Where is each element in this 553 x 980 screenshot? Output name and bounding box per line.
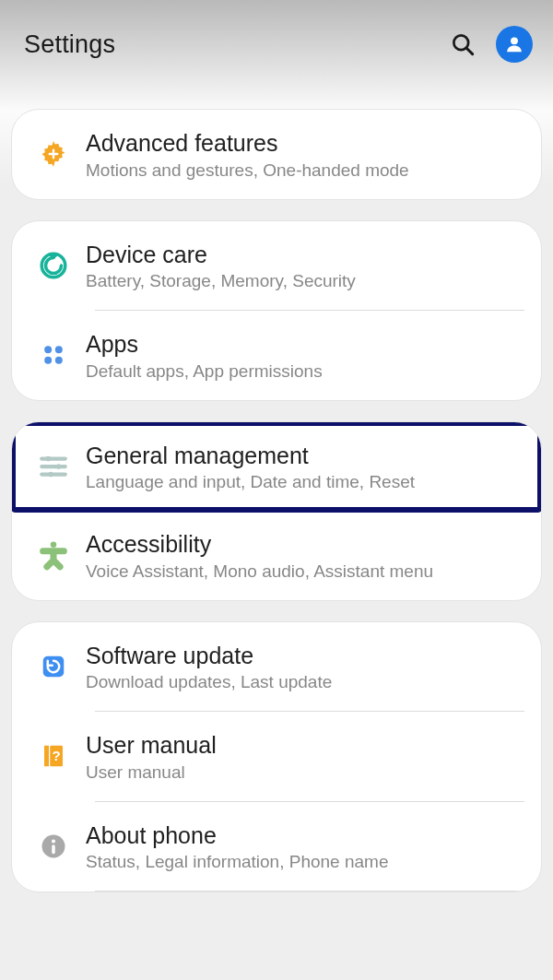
row-device-care[interactable]: Device care Battery, Storage, Memory, Se…: [12, 221, 541, 311]
accessibility-icon: [38, 539, 69, 571]
person-icon: [504, 34, 524, 54]
row-apps[interactable]: Apps Default apps, App permissions: [12, 311, 541, 400]
svg-point-12: [56, 464, 62, 469]
svg-point-14: [51, 542, 57, 549]
row-accessibility[interactable]: Accessibility Voice Assistant, Mono audi…: [12, 511, 541, 600]
info-icon: [40, 832, 67, 860]
row-user-manual[interactable]: ? User manual User manual: [12, 712, 541, 801]
profile-button[interactable]: [496, 26, 533, 63]
svg-point-20: [52, 839, 55, 843]
svg-point-13: [48, 471, 53, 477]
settings-group: General management Language and input, D…: [11, 421, 542, 601]
device-care-icon: [38, 250, 69, 281]
row-title: Apps: [86, 329, 524, 360]
row-title: Device care: [86, 240, 524, 270]
svg-rect-16: [44, 746, 49, 767]
svg-point-7: [55, 357, 63, 364]
row-title: Advanced features: [86, 128, 524, 159]
search-button[interactable]: [444, 26, 481, 63]
search-icon: [451, 32, 476, 57]
row-advanced-features[interactable]: Advanced features Motions and gestures, …: [12, 110, 541, 199]
divider: [95, 891, 524, 891]
settings-group: Advanced features Motions and gestures, …: [11, 109, 542, 200]
row-title: About phone: [86, 821, 524, 851]
row-subtitle: Language and input, Date and time, Reset: [86, 472, 524, 492]
svg-rect-21: [52, 844, 55, 854]
row-software-update[interactable]: Software update Download updates, Last u…: [12, 622, 541, 712]
svg-text:?: ?: [53, 748, 61, 763]
row-about-phone[interactable]: About phone Status, Legal information, P…: [12, 802, 541, 891]
row-subtitle: Battery, Storage, Memory, Security: [86, 271, 524, 291]
settings-group: Software update Download updates, Last u…: [11, 621, 542, 893]
row-title: Accessibility: [86, 529, 524, 560]
row-subtitle: Voice Assistant, Mono audio, Assistant m…: [86, 561, 524, 582]
row-subtitle: Download updates, Last update: [86, 672, 524, 692]
svg-point-6: [44, 357, 52, 364]
row-subtitle: Status, Legal information, Phone name: [86, 852, 524, 872]
software-update-icon: [40, 653, 67, 680]
svg-rect-15: [43, 656, 65, 678]
settings-list: Advanced features Motions and gestures, …: [0, 109, 553, 892]
svg-point-4: [44, 346, 52, 353]
sliders-icon: [38, 451, 69, 482]
row-general-management[interactable]: General management Language and input, D…: [12, 422, 541, 512]
svg-line-1: [466, 48, 473, 54]
svg-point-5: [55, 346, 63, 353]
gear-plus-icon: [38, 138, 69, 170]
row-title: General management: [86, 441, 524, 471]
row-subtitle: Default apps, App permissions: [86, 361, 524, 382]
row-title: User manual: [86, 730, 524, 761]
settings-group: Device care Battery, Storage, Memory, Se…: [11, 220, 542, 401]
user-manual-icon: ?: [40, 742, 67, 770]
svg-point-11: [46, 455, 52, 461]
svg-point-2: [511, 37, 518, 44]
row-subtitle: User manual: [86, 762, 524, 783]
app-header: Settings: [0, 0, 553, 109]
apps-icon: [41, 342, 66, 368]
row-subtitle: Motions and gestures, One-handed mode: [86, 160, 524, 181]
page-title: Settings: [24, 30, 115, 59]
row-title: Software update: [86, 641, 524, 671]
